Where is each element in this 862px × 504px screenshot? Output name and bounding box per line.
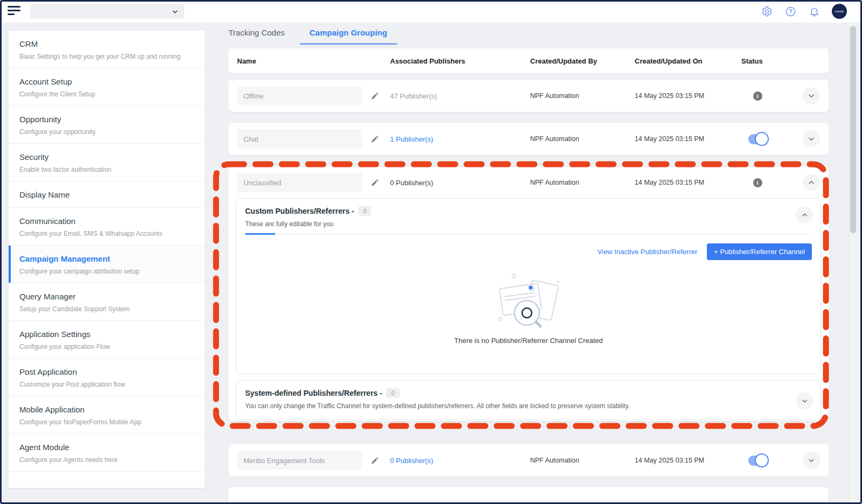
top-bar: ? meritto (0, 0, 862, 23)
status-info-icon[interactable]: i (753, 178, 762, 187)
custom-publishers-subtitle: These are fully editable for you (245, 220, 812, 228)
sidebar-item-mobile-application[interactable]: Mobile ApplicationConfigure your NoPaper… (9, 396, 205, 434)
sidebar-item-display-name[interactable]: Display Name (9, 181, 205, 208)
sidebar-item-crm[interactable]: CRMBasic Settings to help you get your C… (9, 31, 205, 68)
edit-pencil-icon[interactable] (371, 456, 379, 465)
created-by: NPF Automation (530, 179, 635, 186)
empty-state-text: There is no Publisher/Referrer Channel C… (454, 337, 603, 345)
custom-publishers-title: Custom Publishers/Referrers - 0 (245, 206, 812, 216)
user-avatar[interactable]: meritto (832, 4, 847, 19)
publishers-count-link[interactable]: 1 Publisher(s) (390, 135, 530, 143)
chevron-down-icon (171, 8, 179, 16)
expand-chevron-down-button[interactable] (803, 130, 820, 148)
menu-icon[interactable] (8, 6, 22, 17)
header-created-by: Created/Updated By (530, 57, 635, 65)
sidebar-item-account-setup[interactable]: Account SetupConfigure the Client Setup (9, 68, 205, 106)
header-status: Status (741, 57, 774, 65)
table-row: 0 Publisher(s) NPF Automation 14 May 202… (228, 444, 829, 477)
empty-search-illustration (492, 272, 565, 332)
created-on: 14 May 2025 03:15 PM (635, 457, 741, 464)
notifications-bell-icon[interactable] (808, 5, 820, 17)
header-associated-publishers: Associated Publishers (390, 57, 530, 65)
group-name-input[interactable] (237, 129, 362, 149)
table-row (228, 487, 829, 504)
table-row-expanded: 0 Publisher(s) NPF Automation 14 May 202… (228, 167, 829, 421)
status-toggle-on[interactable] (748, 456, 767, 466)
created-on: 14 May 2025 03:15 PM (635, 92, 741, 100)
sidebar-item-post-application[interactable]: Post ApplicationCustomize your Post appl… (9, 359, 205, 396)
custom-count-badge: 0 (358, 206, 371, 216)
section-collapse-chevron-up-button[interactable] (796, 206, 813, 223)
table-row: 1 Publisher(s) NPF Automation 14 May 202… (228, 123, 829, 155)
sidebar-item-query-manager[interactable]: Query ManagerSetup your Candidate Suppor… (9, 283, 205, 321)
publishers-count-link[interactable]: 0 Publisher(s) (390, 457, 530, 465)
group-name-input[interactable] (237, 173, 362, 192)
edit-pencil-icon[interactable] (371, 135, 379, 143)
table-row: 47 Publisher(s) NPF Automation 14 May 20… (228, 80, 829, 112)
scrollbar-thumb[interactable] (850, 26, 856, 233)
created-on: 14 May 2025 03:15 PM (635, 135, 741, 143)
settings-gear-icon[interactable] (761, 5, 773, 17)
scrollbar-track[interactable] (849, 24, 857, 502)
created-on: 14 May 2025 03:15 PM (635, 179, 741, 186)
created-by: NPF Automation (530, 457, 635, 464)
settings-sidebar: CRMBasic Settings to help you get your C… (9, 31, 205, 488)
expand-chevron-down-button[interactable] (803, 87, 820, 104)
active-subtab-indicator (245, 233, 275, 235)
tab-tracking-codes[interactable]: Tracking Codes (228, 28, 285, 45)
sidebar-item-communication[interactable]: CommunicationConfigure your Email, SMS &… (9, 208, 205, 246)
help-icon[interactable]: ? (784, 5, 796, 17)
system-publishers-section: System-defined Publishers/Referrers - 0 … (236, 380, 821, 420)
status-toggle-on[interactable] (748, 134, 767, 144)
collapse-chevron-up-button[interactable] (803, 174, 820, 191)
system-publishers-subtitle: You can only change the Traffic Channel … (245, 402, 783, 410)
publishers-count: 0 Publisher(s) (390, 179, 530, 187)
sidebar-item-agent-module[interactable]: Agent ModuleConfigure your Agents needs … (9, 434, 205, 472)
group-name-input[interactable] (237, 451, 362, 470)
created-by: NPF Automation (530, 92, 635, 100)
custom-publishers-section: Custom Publishers/Referrers - 0 These ar… (236, 198, 821, 374)
system-publishers-title: System-defined Publishers/Referrers - 0 (245, 388, 783, 398)
edit-pencil-icon[interactable] (371, 178, 379, 187)
system-count-badge: 0 (386, 388, 399, 398)
workspace-select[interactable] (30, 4, 184, 19)
created-by: NPF Automation (530, 135, 635, 143)
sidebar-item-opportunity[interactable]: OpportunityConfigure your opportunity (9, 106, 205, 144)
expand-chevron-down-button[interactable] (803, 452, 820, 469)
sidebar-item-application-settings[interactable]: Application SettingsConfigure your appli… (9, 321, 205, 359)
table-header: Name Associated Publishers Created/Updat… (228, 48, 829, 73)
group-name-input[interactable] (237, 86, 362, 106)
svg-text:?: ? (789, 9, 792, 15)
publishers-count: 47 Publisher(s) (390, 92, 530, 100)
header-name: Name (237, 57, 390, 65)
empty-state: There is no Publisher/Referrer Channel C… (245, 272, 812, 345)
view-inactive-publisher-link[interactable]: View Inactive Publisher/Referrer (597, 248, 697, 256)
tab-bar: Tracking Codes Campaign Grouping (228, 28, 387, 45)
sidebar-item-security[interactable]: SecurityEnable two factor authentication (9, 144, 205, 181)
edit-pencil-icon[interactable] (371, 92, 379, 100)
status-info-icon[interactable]: i (753, 92, 762, 101)
header-created-on: Created/Updated On (635, 57, 741, 65)
section-expand-chevron-down-button[interactable] (796, 392, 813, 409)
tab-campaign-grouping[interactable]: Campaign Grouping (310, 28, 387, 45)
add-publisher-referrer-channel-button[interactable]: + Publisher/Referrer Channel (707, 243, 812, 260)
sidebar-item-campaign-management[interactable]: Campaign ManagementConfigure your campai… (9, 246, 205, 283)
